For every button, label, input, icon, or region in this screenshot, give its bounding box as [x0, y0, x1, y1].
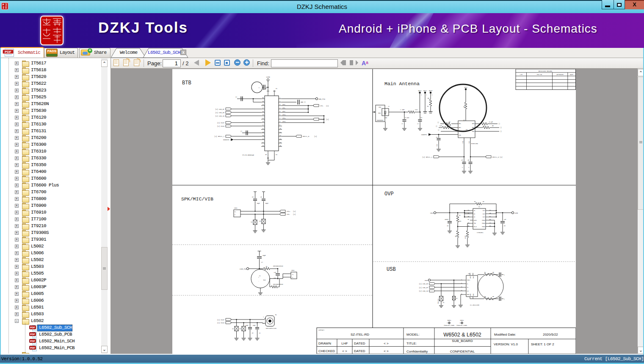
svg-text:D4: D4: [456, 298, 458, 299]
svg-text:VCHG: VCHG: [266, 76, 270, 78]
svg-text:TP270-B008KA0: TP270-B008KA0: [242, 154, 254, 156]
svg-text:VBUS: VBUS: [430, 212, 434, 214]
svg-text:7: 7: [279, 117, 280, 119]
svg-text:16: 16: [262, 145, 264, 147]
svg-text:1: 1: [432, 94, 433, 96]
svg-text:GND: GND: [379, 113, 381, 114]
svg-text:VC1: VC1: [462, 141, 464, 144]
svg-text:MARK1: MARK1: [447, 320, 451, 321]
svg-text:17: 17: [262, 142, 264, 143]
svg-text:0.3nH: 0.3nH: [405, 117, 409, 119]
svg-text:GND: GND: [473, 294, 474, 296]
svg-text:W6502 & L6502: W6502 & L6502: [443, 332, 481, 338]
svg-text:SPK-: SPK-: [282, 104, 286, 106]
svg-text:U3: U3: [466, 129, 467, 131]
svg-text:1: 1: [421, 94, 422, 96]
svg-text:NF: NF: [468, 160, 470, 161]
svg-text:3: 3: [279, 104, 280, 106]
svg-text:KODEPO: KODEPO: [421, 134, 427, 136]
svg-text:A4: A4: [459, 215, 461, 216]
svg-text:GND: GND: [379, 107, 381, 108]
svg-text:B1: B1: [468, 219, 470, 220]
svg-text:CS-45121150: CS-45121150: [470, 304, 479, 306]
svg-text:(|: (|: [436, 125, 437, 127]
svg-text:P+: P+: [235, 211, 236, 213]
svg-text:ST3640CL: ST3640CL: [477, 232, 484, 233]
svg-text:2: 2: [279, 100, 280, 102]
svg-text:C: C: [481, 122, 482, 123]
svg-text:[1]: [1]: [326, 119, 329, 120]
svg-text:RF1: RF1: [459, 123, 462, 125]
svg-text:GND: GND: [473, 276, 474, 278]
svg-text:R0: R0: [464, 106, 465, 108]
svg-text:[1] MICN: [1] MICN: [217, 125, 224, 127]
svg-text:DATED: DATED: [354, 342, 365, 345]
svg-text:1: 1: [263, 317, 264, 318]
svg-text:18: 18: [262, 138, 264, 140]
svg-text:USB: USB: [387, 267, 396, 272]
svg-text:2020/5/22: 2020/5/22: [543, 333, 558, 336]
svg-text:28: 28: [262, 104, 264, 106]
svg-text:SPK/MIC/VIB: SPK/MIC/VIB: [181, 196, 213, 202]
svg-text:B4611AMM13-W62: B4611AMM13-W62: [266, 328, 276, 329]
svg-text:CHECKED: CHECKED: [318, 349, 335, 353]
svg-text:ANT2: ANT2: [423, 90, 427, 92]
svg-text:(|: (|: [235, 96, 237, 98]
svg-text:VC2: VC2: [469, 141, 470, 144]
svg-text:IN: IN: [474, 210, 475, 211]
svg-text:(|: (|: [438, 129, 439, 131]
svg-text:VCHG: VCHG: [514, 212, 518, 214]
svg-text:13: 13: [279, 138, 281, 140]
svg-text:|: |: [504, 298, 505, 300]
svg-text:DATED: DATED: [354, 349, 365, 353]
svg-text:GND: GND: [470, 294, 471, 296]
svg-text:P-: P-: [292, 277, 294, 278]
svg-text:R1: R1: [427, 106, 429, 107]
svg-text:VIBR_PRU: VIBR_PRU: [240, 268, 246, 270]
svg-text:29: 29: [262, 100, 264, 102]
svg-text:J2: J2: [388, 106, 390, 107]
svg-text:OVP: OVP: [384, 191, 394, 197]
svg-text:D2: D2: [251, 222, 252, 223]
svg-text:(|: (|: [240, 131, 242, 132]
svg-text:1: 1: [279, 97, 280, 99]
svg-text:1.8NH: 1.8NH: [447, 125, 451, 127]
svg-text:[1] USB_DM: [1] USB_DM: [419, 283, 428, 285]
svg-text:[1]: [1]: [314, 136, 317, 137]
svg-text:[1] USB_DP: [1] USB_DP: [419, 287, 428, 289]
svg-text:33pF: 33pF: [257, 203, 260, 204]
svg-text:/EN: /EN: [474, 222, 476, 224]
svg-text:NF: NF: [462, 160, 463, 161]
svg-text:[1] MICP: [1] MICP: [217, 319, 224, 321]
svg-text:APPROVED: APPROVED: [557, 74, 564, 75]
svg-text:C1: C1: [259, 275, 261, 277]
svg-text:SPK+: SPK+: [320, 119, 324, 120]
svg-text:C14: C14: [437, 144, 438, 147]
svg-text:R3: R3: [484, 296, 486, 297]
svg-text:[1]: [1]: [293, 214, 296, 215]
svg-text:C19: C19: [483, 125, 486, 127]
svg-text:2: 2: [263, 323, 264, 324]
svg-text:VERSION: V1.0: VERSION: V1.0: [494, 342, 518, 346]
svg-text:CON1: CON1: [234, 207, 238, 209]
svg-text:C8: C8: [504, 225, 506, 227]
svg-text:5: 5: [279, 111, 280, 112]
svg-text:< >: < >: [342, 349, 347, 353]
svg-text:C7: C7: [261, 261, 263, 263]
svg-text:26: 26: [262, 111, 264, 112]
svg-text:|): |): [498, 123, 500, 125]
svg-text:[1] USB_ID: [1] USB_ID: [419, 290, 428, 292]
svg-text:RF2: RF2: [459, 127, 462, 128]
svg-text:14: 14: [279, 142, 281, 143]
svg-text:23: 23: [262, 121, 264, 122]
svg-text:1M: 1M: [455, 236, 456, 237]
svg-text:ECO NO: ECO NO: [537, 74, 542, 75]
svg-text:< >: < >: [384, 349, 389, 353]
svg-text:D8: D8: [239, 328, 241, 330]
svg-text:(|: (|: [437, 122, 439, 123]
svg-text:25: 25: [262, 114, 264, 116]
svg-text:SHEET: 1 OF 2: SHEET: 1 OF 2: [531, 342, 554, 346]
svg-text:GND: GND: [467, 294, 470, 295]
svg-text:RFCTL_B: RFCTL_B: [303, 136, 310, 137]
svg-text:Confidentiality: Confidentiality: [406, 350, 428, 353]
